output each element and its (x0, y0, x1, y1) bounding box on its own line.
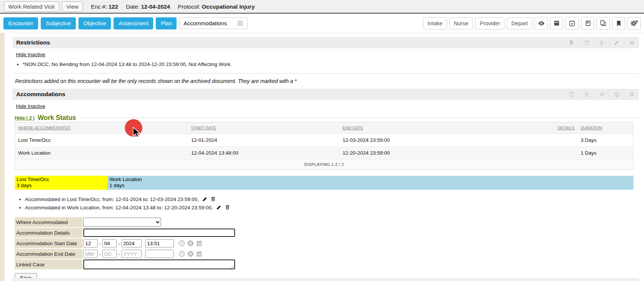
col-start-date[interactable]: Start Date (188, 122, 340, 134)
depart-button[interactable]: Depart (507, 17, 532, 29)
restriction-item: *NON OCC, No Bending from 12-04-2024 13:… (23, 61, 639, 67)
date-value: 12-04-2024 (141, 3, 170, 10)
start-day-input[interactable] (102, 239, 117, 247)
nurse-button[interactable]: Nurse (449, 17, 473, 29)
tab-encounter[interactable]: Encounter (3, 17, 38, 29)
list-item: Accommodated in Lost Time/Occ, from: 12-… (25, 196, 639, 203)
segment-label: Work Location (109, 177, 633, 183)
tab-assessment[interactable]: Assessment (114, 17, 153, 29)
cell-start: 12-04-2024 13:48:00 (188, 147, 340, 160)
provider-button[interactable]: Provider (475, 17, 504, 29)
pencil-icon[interactable] (202, 197, 207, 203)
clear-icon[interactable] (187, 250, 194, 257)
segment-duration: 1 days (109, 183, 633, 189)
restrictions-hide-inactive-link[interactable]: Hide Inactive (16, 52, 45, 57)
current-tab-label: Accommodations (183, 20, 227, 26)
start-year-input[interactable] (121, 239, 142, 247)
encounter-number: Enc #: 122 (91, 3, 118, 10)
form-row-linked-case: Linked Case (15, 260, 639, 269)
date-label: Date: (126, 3, 140, 10)
start-time-input[interactable] (145, 239, 174, 247)
work-related-visit-button[interactable]: Work Related Visit (4, 2, 59, 12)
linked-case-input[interactable] (83, 260, 235, 269)
copy-icon[interactable] (596, 17, 610, 30)
work-status-legend: Hide ( 2 ) Work Status (15, 114, 639, 122)
block-icon[interactable] (609, 89, 624, 100)
clock-icon[interactable] (178, 250, 185, 257)
archive-icon[interactable] (550, 17, 563, 30)
work-status-table: Where Accommodated Start Date End Date D… (15, 122, 633, 170)
trash-icon[interactable] (225, 204, 230, 211)
end-time-input[interactable] (145, 250, 174, 258)
cell-details (500, 147, 578, 160)
cell-where: Work Location (15, 147, 188, 160)
table-row[interactable]: Lost Time/Occ 12-01-2024 12-03-2024 23:5… (15, 134, 633, 147)
linked-case-label: Linked Case (15, 260, 83, 269)
book-icon[interactable] (564, 89, 579, 100)
col-end-date[interactable]: End Date (340, 122, 500, 134)
tab-plan[interactable]: Plan (156, 17, 177, 29)
nav-bar: Encounter Subjective Objective Assessmen… (0, 14, 644, 33)
form-row-end-date: Accommodation End Date - - (15, 249, 639, 259)
paging-status: DISPLAYING 1-2 / 2 (15, 160, 633, 170)
calendar-icon[interactable] (196, 240, 203, 247)
nav-toolbar: Intake Nurse Provider Depart (423, 17, 641, 30)
tab-subjective[interactable]: Subjective (41, 17, 76, 29)
protocol-label: Protocol: (178, 3, 200, 10)
work-status-title: Work Status (38, 114, 76, 122)
entry-text: Accommodated in Work Location, from: 12-… (25, 205, 213, 210)
protocol: Protocol: Occupational Injury (178, 3, 255, 10)
col-duration[interactable]: Duration (578, 122, 633, 134)
calendar-check-icon[interactable] (566, 17, 579, 30)
pencil-icon[interactable] (216, 205, 221, 211)
microphone-icon[interactable] (594, 37, 609, 48)
form-row-start-date: Accommodation Start Date - - (15, 238, 639, 248)
save-icon[interactable] (237, 20, 243, 26)
chevron-double-down-icon[interactable] (594, 89, 609, 100)
accommodations-header-actions (564, 89, 639, 100)
clock-icon[interactable] (178, 240, 185, 247)
table-row[interactable]: Work Location 12-04-2024 13:48:00 12-20-… (15, 147, 633, 160)
book-icon[interactable] (579, 37, 594, 48)
enc-value: 122 (109, 3, 118, 10)
work-status-hide-link[interactable]: Hide ( 2 ) (15, 115, 35, 121)
nav-tabs: Encounter Subjective Objective Assessmen… (3, 17, 247, 29)
restrictions-note: Restrictions added on this encounter wil… (15, 78, 639, 84)
tab-accommodations-current[interactable]: Accommodations (179, 17, 247, 29)
end-month-input[interactable] (83, 250, 98, 258)
book-icon[interactable] (581, 17, 594, 30)
where-accommodated-select[interactable] (83, 218, 161, 227)
cell-where: Lost Time/Occ (15, 134, 188, 147)
end-year-input[interactable] (121, 250, 142, 258)
segment-label: Lost Time/Occ (17, 177, 108, 183)
calendar-icon[interactable] (196, 250, 203, 257)
accommodation-start-date-label: Accommodation Start Date (15, 238, 83, 248)
microphone-icon[interactable] (579, 89, 594, 100)
timeline-segment-lost-time[interactable]: Lost Time/Occ 3 days (15, 176, 108, 190)
cell-details (500, 134, 578, 147)
eye-icon[interactable] (535, 17, 548, 30)
protocol-value: Occupational Injury (202, 3, 255, 10)
segment-duration: 3 days (17, 183, 108, 189)
tab-objective[interactable]: Objective (78, 17, 111, 29)
gears-icon[interactable] (627, 17, 641, 30)
trash-icon[interactable] (211, 196, 216, 203)
restrictions-header: Restrictions (12, 37, 639, 48)
view-button[interactable]: View (62, 2, 83, 12)
bookmark-icon[interactable] (612, 17, 625, 30)
accommodation-details-input[interactable] (83, 229, 235, 237)
end-day-input[interactable] (102, 250, 117, 258)
bookmark-icon[interactable] (564, 37, 579, 48)
pencil-icon[interactable] (609, 37, 624, 48)
clear-icon[interactable] (187, 240, 194, 247)
accommodations-hide-inactive-link[interactable]: Hide Inactive (16, 103, 45, 109)
accommodations-header: Accommodations (12, 89, 639, 100)
timeline-segment-work-location[interactable]: Work Location 1 days (108, 176, 633, 190)
start-month-input[interactable] (83, 239, 98, 247)
close-icon[interactable] (624, 89, 639, 100)
col-details[interactable]: Details (500, 122, 578, 134)
close-icon[interactable] (624, 37, 639, 48)
restrictions-title: Restrictions (16, 39, 50, 46)
col-where-accommodated[interactable]: Where Accommodated (15, 122, 188, 134)
intake-button[interactable]: Intake (423, 17, 447, 29)
